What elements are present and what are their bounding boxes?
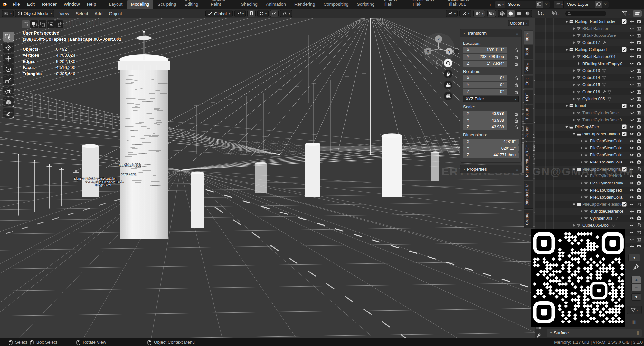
outliner-row-object[interactable]: PileCapStemColla <box>535 152 644 159</box>
outliner-row-collection[interactable]: tunnel <box>535 103 644 110</box>
sidebar-scrollbar[interactable] <box>522 143 524 173</box>
outliner-row-object[interactable]: TunnelCylinderBase <box>535 109 644 116</box>
hide-eye-icon[interactable] <box>629 209 634 214</box>
render-disabled-icon[interactable] <box>636 96 641 101</box>
outliner-row-object[interactable]: Cube.005-Bool <box>535 222 644 229</box>
hide-eye-closed-icon[interactable] <box>629 223 634 228</box>
navigation-axis-gizmo[interactable]: Z X Y <box>420 28 459 67</box>
transform-orientation-dropdown[interactable]: Global ▾ <box>205 10 233 17</box>
lock-open-icon[interactable] <box>514 54 519 59</box>
view-layer-icon[interactable]: ▾ <box>554 1 564 8</box>
render-disabled-icon[interactable] <box>636 202 641 207</box>
sidebar-tab-tool[interactable]: Tool <box>524 45 533 59</box>
tool-add-cube[interactable] <box>3 97 14 107</box>
view-layer-selector[interactable]: ▾ View Layer ✕ <box>554 1 609 8</box>
scene-unlink-button[interactable]: ✕ <box>543 1 550 8</box>
hide-eye-icon[interactable] <box>629 181 634 185</box>
view-layer-copy-button[interactable] <box>595 1 602 8</box>
workspace-tab-datapanel-tilak.001[interactable]: DataPanel-Tilak.001 <box>444 0 486 9</box>
outliner-row-object[interactable]: BRail-Baluster.001 <box>535 53 644 60</box>
hide-eye-closed-icon[interactable] <box>629 75 634 80</box>
mode-selector[interactable]: Object Mode ▾ <box>15 10 54 17</box>
hide-eye-icon[interactable] <box>629 160 634 164</box>
outliner-row-object[interactable]: BRailingMirrorEmpty.0 <box>535 60 644 67</box>
camera-view-button[interactable] <box>444 81 452 89</box>
hide-eye-closed-icon[interactable] <box>629 33 634 38</box>
shading-solid-button[interactable] <box>507 10 515 17</box>
outliner-row-object[interactable]: Cube.013 <box>535 67 644 74</box>
rotation-x-field[interactable]: X0° <box>463 75 507 81</box>
hide-eye-icon[interactable] <box>629 19 634 24</box>
outliner-row-object[interactable]: Pier-CylinderTrunk <box>535 180 644 187</box>
render-disabled-icon[interactable] <box>636 223 641 228</box>
disable-render-icon[interactable] <box>636 145 641 150</box>
tool-options-dropdown[interactable]: Options▾ <box>508 20 529 26</box>
disable-render-icon[interactable] <box>636 124 641 129</box>
hide-eye-closed-icon[interactable] <box>629 82 634 87</box>
lock-open-icon[interactable] <box>514 89 519 94</box>
disable-render-icon[interactable] <box>636 139 641 143</box>
add-button[interactable]: + <box>631 276 641 283</box>
sidebar-tab-measureit_arch[interactable]: Measureit_ARCH <box>524 142 533 180</box>
select-mode-subtract[interactable] <box>39 20 46 28</box>
view-layer-name[interactable]: View Layer <box>564 2 595 7</box>
xray-toggle[interactable] <box>487 10 496 17</box>
hide-eye-icon[interactable] <box>629 195 634 200</box>
outliner-row-collection[interactable]: PileCap&Pier <box>535 124 644 131</box>
location-z-field[interactable]: Z-1' -7.534" <box>463 61 507 67</box>
workspace-tab-4panel-tilak[interactable]: 4Panel-Tilak <box>379 0 408 9</box>
collection-checkbox[interactable] <box>622 19 627 24</box>
pivot-point-dropdown[interactable]: ▾ <box>234 10 246 17</box>
pin-icon[interactable] <box>632 264 639 271</box>
workspace-tab-rendering[interactable]: Rendering <box>290 0 319 9</box>
lock-open-icon[interactable] <box>514 111 519 116</box>
hide-eye-closed-icon[interactable] <box>629 202 634 207</box>
dimensions-z-field[interactable]: Z44' 771 thou <box>463 152 519 158</box>
location-x-field[interactable]: X183' 11.1" <box>463 47 507 53</box>
tool-annotate[interactable] <box>3 108 14 118</box>
select-mode-extend[interactable] <box>30 20 38 28</box>
disable-render-icon[interactable] <box>636 47 641 52</box>
sidebar-tab-create[interactable]: Create <box>524 210 533 228</box>
lock-open-icon[interactable] <box>514 125 519 130</box>
hide-eye-closed-icon[interactable] <box>629 110 634 115</box>
lock-open-icon[interactable] <box>514 48 519 53</box>
outliner-row-object[interactable]: Cube.015 <box>535 81 644 88</box>
hide-eye-icon[interactable] <box>629 139 634 143</box>
snap-with-dropdown[interactable]: ▾ <box>257 10 269 17</box>
snap-toggle[interactable] <box>247 10 256 17</box>
sidebar-tab-pdt[interactable]: PDT <box>524 90 533 104</box>
collection-checkbox[interactable] <box>622 124 627 129</box>
outliner-row-object[interactable]: Cube.016 <box>535 88 644 95</box>
gizmos-dropdown[interactable]: ▾ <box>459 10 471 17</box>
outliner-row-collection[interactable]: Railing-Collapsed <box>535 46 644 53</box>
scene-copy-button[interactable] <box>536 1 543 8</box>
hide-eye-icon[interactable] <box>629 47 634 52</box>
tool-scale[interactable] <box>3 75 14 85</box>
outliner-row-collection[interactable]: PileCap&Pier-Joined <box>535 131 644 138</box>
render-disabled-icon[interactable] <box>636 26 641 31</box>
transform-panel-header[interactable]: ▾ Transform ⣿ <box>460 29 521 37</box>
new-collection-button[interactable] <box>633 10 642 17</box>
sidebar-tab-item[interactable]: Item <box>524 30 533 44</box>
tool-move[interactable] <box>3 54 14 64</box>
outliner-row-object[interactable]: PileCapStemColla <box>535 144 644 152</box>
panel-drag-handle[interactable]: ⣿⣿ <box>631 320 637 324</box>
proportional-editing-toggle[interactable] <box>270 10 279 17</box>
panel-drag-handle[interactable]: ⣿ <box>516 31 519 35</box>
disable-render-icon[interactable] <box>636 209 641 214</box>
blender-logo-icon[interactable] <box>0 2 9 7</box>
select-mode-invert[interactable] <box>47 20 55 28</box>
sidebar-tab-view[interactable]: View <box>524 60 533 74</box>
workspace-tab-texture paint[interactable]: Texture Paint <box>206 0 237 9</box>
hide-eye-icon[interactable] <box>629 244 634 247</box>
disable-render-icon[interactable] <box>636 104 641 108</box>
menu-file[interactable]: File <box>9 0 24 9</box>
collection-checkbox[interactable] <box>622 104 627 108</box>
proportional-falloff-dropdown[interactable]: ▾ <box>280 10 292 17</box>
outliner-row-object[interactable]: Cube.014 <box>535 74 644 81</box>
scene-selector[interactable]: ▾ Scene ✕ <box>495 1 550 8</box>
workspace-tab-animation[interactable]: Animation <box>262 0 290 9</box>
outliner-row-object[interactable]: Cube.017 <box>535 39 644 46</box>
viewport-menu-select[interactable]: Select <box>72 11 91 16</box>
